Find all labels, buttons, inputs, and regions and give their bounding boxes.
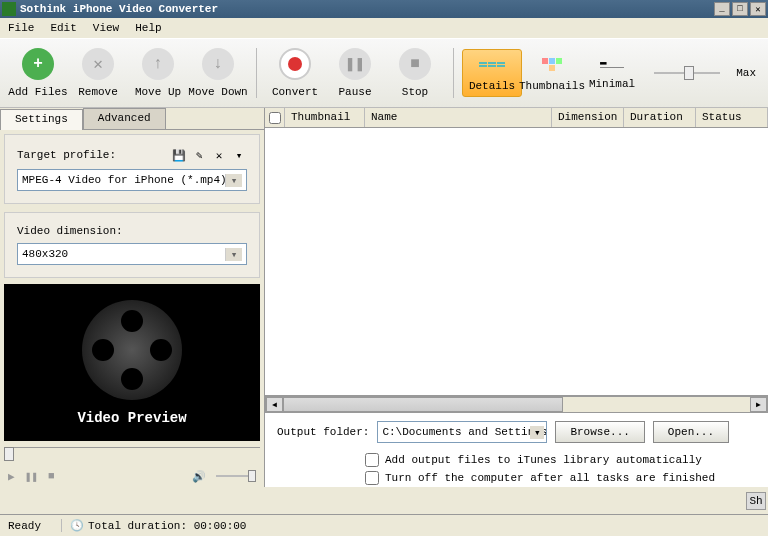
sh-button[interactable]: Sh bbox=[746, 492, 766, 510]
select-all-checkbox[interactable] bbox=[265, 108, 285, 127]
menu-file[interactable]: File bbox=[8, 22, 34, 34]
settings-tabs: Settings Advanced bbox=[0, 108, 264, 130]
separator bbox=[453, 48, 454, 98]
status-bar: Ready 🕓 Total duration: 00:00:00 bbox=[0, 514, 768, 536]
pause-icon[interactable]: ❚❚ bbox=[25, 470, 38, 483]
minimal-view-button[interactable]: ▬Minimal bbox=[582, 56, 642, 90]
target-profile-select[interactable]: MPEG-4 Video for iPhone (*.mp4) bbox=[17, 169, 247, 191]
stop-icon: ■ bbox=[399, 48, 431, 80]
titlebar: Sothink iPhone Video Converter _ □ ✕ bbox=[0, 0, 768, 18]
output-folder-row: Output folder: C:\Documents and Settings… bbox=[265, 413, 768, 451]
max-label: Max bbox=[732, 67, 760, 79]
edit-profile-icon[interactable]: ✎ bbox=[191, 147, 207, 163]
move-up-button[interactable]: ↑Move Up bbox=[128, 48, 188, 98]
shutdown-checkbox-row: Turn off the computer after all tasks ar… bbox=[265, 469, 768, 487]
remove-button[interactable]: ✕Remove bbox=[68, 48, 128, 98]
status-ready: Ready bbox=[8, 520, 41, 532]
app-icon bbox=[2, 2, 16, 16]
separator bbox=[256, 48, 257, 98]
table-header: Thumbnail Name Dimension Duration Status bbox=[265, 108, 768, 128]
shutdown-checkbox[interactable] bbox=[365, 471, 379, 485]
itunes-checkbox[interactable] bbox=[365, 453, 379, 467]
col-duration[interactable]: Duration bbox=[624, 108, 696, 127]
details-view-button[interactable]: Details bbox=[462, 49, 522, 97]
output-folder-label: Output folder: bbox=[277, 426, 369, 438]
arrow-down-icon: ↓ bbox=[202, 48, 234, 80]
target-profile-panel: Target profile: 💾 ✎ ✕ ▾ MPEG-4 Video for… bbox=[4, 134, 260, 204]
tab-advanced[interactable]: Advanced bbox=[83, 108, 166, 129]
preview-label: Video Preview bbox=[77, 410, 186, 426]
pause-icon: ❚❚ bbox=[339, 48, 371, 80]
file-list-panel: Thumbnail Name Dimension Duration Status… bbox=[264, 108, 768, 487]
stop-button[interactable]: ■Stop bbox=[385, 48, 445, 98]
move-down-button[interactable]: ↓Move Down bbox=[188, 48, 248, 98]
plus-icon: + bbox=[22, 48, 54, 80]
pause-button[interactable]: ❚❚Pause bbox=[325, 48, 385, 98]
thumbnails-icon bbox=[539, 54, 565, 74]
save-profile-icon[interactable]: 💾 bbox=[171, 147, 187, 163]
menu-help[interactable]: Help bbox=[135, 22, 161, 34]
video-dimension-select[interactable]: 480x320 bbox=[17, 243, 247, 265]
preview-controls: ▶ ❚❚ ■ 🔊 bbox=[0, 465, 264, 487]
video-dimension-label: Video dimension: bbox=[17, 225, 123, 237]
stop-icon[interactable]: ■ bbox=[48, 470, 55, 482]
col-status[interactable]: Status bbox=[696, 108, 768, 127]
shutdown-checkbox-label: Turn off the computer after all tasks ar… bbox=[385, 472, 715, 484]
close-button[interactable]: ✕ bbox=[750, 2, 766, 16]
arrow-up-icon: ↑ bbox=[142, 48, 174, 80]
browse-button[interactable]: Browse... bbox=[555, 421, 644, 443]
minimize-button[interactable]: _ bbox=[714, 2, 730, 16]
volume-icon[interactable]: 🔊 bbox=[192, 470, 206, 483]
itunes-checkbox-row: Add output files to iTunes library autom… bbox=[265, 451, 768, 469]
chevron-down-icon[interactable]: ▾ bbox=[231, 147, 247, 163]
menu-edit[interactable]: Edit bbox=[50, 22, 76, 34]
toolbar: +Add Files ✕Remove ↑Move Up ↓Move Down C… bbox=[0, 38, 768, 108]
itunes-checkbox-label: Add output files to iTunes library autom… bbox=[385, 454, 702, 466]
col-name[interactable]: Name bbox=[365, 108, 552, 127]
scroll-left-icon[interactable]: ◀ bbox=[266, 397, 283, 412]
table-body bbox=[265, 128, 768, 396]
film-reel-icon bbox=[82, 300, 182, 400]
menubar: File Edit View Help bbox=[0, 18, 768, 38]
play-icon[interactable]: ▶ bbox=[8, 470, 15, 483]
horizontal-scrollbar[interactable]: ◀ ▶ bbox=[265, 396, 768, 413]
col-thumbnail[interactable]: Thumbnail bbox=[285, 108, 365, 127]
record-icon bbox=[279, 48, 311, 80]
delete-profile-icon[interactable]: ✕ bbox=[211, 147, 227, 163]
maximize-button[interactable]: □ bbox=[732, 2, 748, 16]
video-preview: Video Preview bbox=[4, 284, 260, 441]
status-duration: 🕓 Total duration: 00:00:00 bbox=[61, 519, 254, 532]
scroll-right-icon[interactable]: ▶ bbox=[750, 397, 767, 412]
open-button[interactable]: Open... bbox=[653, 421, 729, 443]
minimal-icon: ▬ bbox=[600, 56, 624, 68]
preview-seek-slider[interactable] bbox=[4, 447, 260, 461]
tab-settings[interactable]: Settings bbox=[0, 109, 83, 130]
thumbnails-view-button[interactable]: Thumbnails bbox=[522, 54, 582, 92]
thumbnail-size-slider[interactable] bbox=[642, 72, 732, 74]
window-title: Sothink iPhone Video Converter bbox=[20, 3, 712, 15]
clock-icon: 🕓 bbox=[70, 519, 84, 532]
left-panel: Settings Advanced Target profile: 💾 ✎ ✕ … bbox=[0, 108, 264, 487]
target-profile-label: Target profile: bbox=[17, 149, 116, 161]
output-folder-field[interactable]: C:\Documents and Settings\A bbox=[377, 421, 547, 443]
col-dimension[interactable]: Dimension bbox=[552, 108, 624, 127]
details-icon bbox=[479, 54, 505, 74]
add-files-button[interactable]: +Add Files bbox=[8, 48, 68, 98]
x-icon: ✕ bbox=[82, 48, 114, 80]
video-dimension-panel: Video dimension: 480x320 bbox=[4, 212, 260, 278]
menu-view[interactable]: View bbox=[93, 22, 119, 34]
volume-slider[interactable] bbox=[216, 475, 256, 477]
convert-button[interactable]: Convert bbox=[265, 48, 325, 98]
